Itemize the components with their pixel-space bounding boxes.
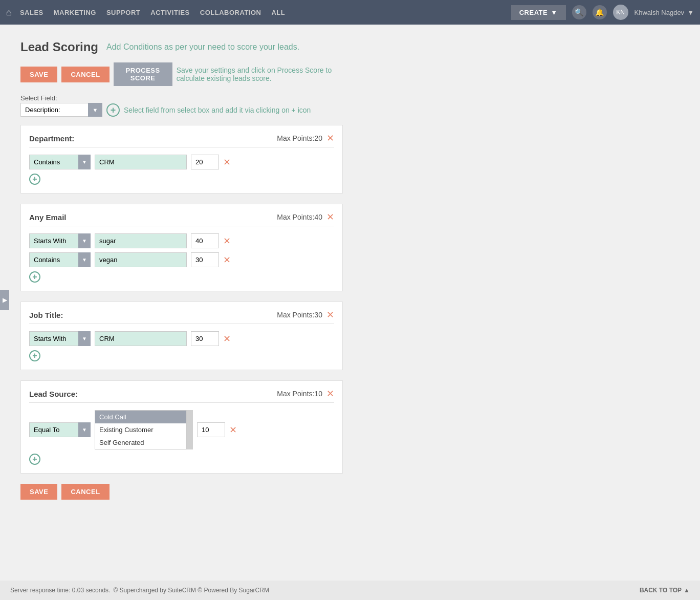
card-field-name-0: Department:	[29, 134, 74, 143]
page-subtitle: Add Conditions as per your need to score…	[106, 42, 299, 52]
add-row-button-2[interactable]: +	[29, 350, 40, 361]
user-name[interactable]: Khwaish Nagdev ▼	[635, 9, 694, 16]
condition-card-0: Department:Max Points:20✕ContainsStarts …	[20, 125, 343, 194]
main-content: Lead Scoring Add Conditions as per your …	[0, 25, 358, 530]
save-button[interactable]: SAVE	[20, 67, 57, 82]
avatar: KN	[613, 5, 628, 20]
remove-row-button-1-1[interactable]: ✕	[223, 255, 231, 265]
max-points-label-1: Max Points:40	[277, 213, 322, 221]
field-select-wrapper: Description: Department Any Email Job Ti…	[20, 103, 102, 117]
dropdown-scrollbar-3[interactable]	[187, 410, 193, 449]
nav-all[interactable]: ALL	[271, 9, 285, 16]
condition-row-1-0: ContainsStarts WithEqual ToEnds WithNot …	[29, 233, 334, 248]
dropdown-arrow-icon: ▼	[551, 9, 557, 16]
add-field-button[interactable]: +	[106, 103, 120, 117]
select-field-hint: Select field from select box and add it …	[124, 106, 311, 114]
condition-points-input-0-0[interactable]	[191, 155, 219, 169]
nav-links: SALES MARKETING SUPPORT ACTIVITIES COLLA…	[20, 9, 511, 16]
dropdown-item-3-1[interactable]: Existing Customer	[95, 423, 186, 436]
remove-row-button-0-0[interactable]: ✕	[223, 158, 231, 167]
notifications-icon[interactable]: 🔔	[593, 5, 607, 19]
remove-card-button-1[interactable]: ✕	[326, 212, 334, 222]
remove-row-button-1-0[interactable]: ✕	[223, 237, 231, 246]
search-icon[interactable]: 🔍	[572, 5, 586, 19]
nav-right: CREATE ▼ 🔍 🔔 KN Khwaish Nagdev ▼	[511, 5, 694, 20]
condition-row-1-1: ContainsStarts WithEqual ToEnds WithNot …	[29, 252, 334, 267]
action-hint: Save your settings and click on Process …	[177, 66, 343, 82]
nav-marketing[interactable]: MARKETING	[54, 9, 96, 16]
side-panel-toggle[interactable]: ▶	[0, 290, 9, 310]
add-row-button-0[interactable]: +	[29, 174, 40, 185]
page-header: Lead Scoring Add Conditions as per your …	[20, 40, 343, 54]
condition-row-3-0: ContainsStarts WithEqual ToEnds WithNot …	[29, 410, 334, 449]
field-select[interactable]: Description: Department Any Email Job Ti…	[20, 103, 102, 117]
remove-card-button-0[interactable]: ✕	[326, 134, 334, 143]
top-navigation: ⌂ SALES MARKETING SUPPORT ACTIVITIES COL…	[0, 0, 700, 25]
condition-cards: Department:Max Points:20✕ContainsStarts …	[20, 125, 343, 474]
card-header-2: Job Title:Max Points:30✕	[29, 310, 334, 324]
create-button[interactable]: CREATE ▼	[511, 5, 566, 20]
nav-collaboration[interactable]: COLLABORATION	[200, 9, 261, 16]
condition-value-input-1-1[interactable]	[95, 252, 187, 267]
operator-select-0-0[interactable]: ContainsStarts WithEqual ToEnds WithNot …	[29, 155, 91, 169]
select-field-section: Select Field: Description: Department An…	[20, 94, 343, 117]
condition-points-input-2-0[interactable]	[191, 331, 219, 346]
nav-support[interactable]: SUPPORT	[106, 9, 140, 16]
remove-row-button-2-0[interactable]: ✕	[223, 334, 231, 344]
dropdown-item-3-2[interactable]: Self Generated	[95, 436, 186, 449]
condition-row-2-0: ContainsStarts WithEqual ToEnds WithNot …	[29, 331, 334, 346]
remove-card-button-3[interactable]: ✕	[326, 389, 334, 398]
select-field-row: Description: Department Any Email Job Ti…	[20, 103, 343, 117]
max-points-label-2: Max Points:30	[277, 311, 322, 319]
condition-card-1: Any EmailMax Points:40✕ContainsStarts Wi…	[20, 204, 343, 291]
dropdown-item-3-0[interactable]: Cold Call	[95, 411, 186, 423]
card-field-name-2: Job Title:	[29, 311, 63, 319]
operator-select-1-0[interactable]: ContainsStarts WithEqual ToEnds WithNot …	[29, 233, 91, 248]
operator-select-1-1[interactable]: ContainsStarts WithEqual ToEnds WithNot …	[29, 252, 91, 267]
process-score-button[interactable]: PROCESS SCORE	[114, 62, 172, 86]
condition-card-3: Lead Source:Max Points:10✕ContainsStarts…	[20, 380, 343, 474]
nav-activities[interactable]: ACTIVITIES	[150, 9, 190, 16]
operator-select-3-0[interactable]: ContainsStarts WithEqual ToEnds WithNot …	[29, 422, 91, 437]
card-field-name-1: Any Email	[29, 213, 67, 222]
home-icon[interactable]: ⌂	[6, 7, 12, 18]
max-points-label-3: Max Points:10	[277, 390, 322, 398]
condition-card-2: Job Title:Max Points:30✕ContainsStarts W…	[20, 302, 343, 370]
dropdown-list-3: Cold CallExisting CustomerSelf Generated	[95, 410, 187, 449]
bottom-save-button[interactable]: SAVE	[20, 484, 57, 500]
bottom-action-buttons: SAVE CANCEL	[20, 484, 343, 500]
condition-points-input-3-0[interactable]	[197, 422, 225, 437]
card-header-0: Department:Max Points:20✕	[29, 134, 334, 147]
condition-value-input-2-0[interactable]	[95, 331, 187, 346]
card-header-1: Any EmailMax Points:40✕	[29, 212, 334, 226]
card-field-name-3: Lead Source:	[29, 390, 78, 398]
page-title: Lead Scoring	[20, 40, 98, 54]
add-row-button-1[interactable]: +	[29, 271, 40, 283]
nav-sales[interactable]: SALES	[20, 9, 43, 16]
condition-points-input-1-1[interactable]	[191, 252, 219, 267]
select-field-label: Select Field:	[20, 94, 343, 102]
condition-row-0-0: ContainsStarts WithEqual ToEnds WithNot …	[29, 155, 334, 169]
remove-card-button-2[interactable]: ✕	[326, 310, 334, 319]
max-points-label-0: Max Points:20	[277, 134, 322, 142]
condition-points-input-1-0[interactable]	[191, 233, 219, 248]
add-row-button-3[interactable]: +	[29, 454, 40, 465]
bottom-cancel-button[interactable]: CANCEL	[61, 484, 109, 500]
remove-row-button-3-0[interactable]: ✕	[229, 425, 237, 435]
cancel-button[interactable]: CANCEL	[61, 67, 109, 82]
user-dropdown-icon: ▼	[687, 9, 694, 16]
condition-value-input-1-0[interactable]	[95, 233, 187, 248]
card-header-3: Lead Source:Max Points:10✕	[29, 389, 334, 403]
action-buttons: SAVE CANCEL PROCESS SCORE Save your sett…	[20, 62, 343, 86]
operator-select-2-0[interactable]: ContainsStarts WithEqual ToEnds WithNot …	[29, 331, 91, 346]
condition-value-input-0-0[interactable]	[95, 155, 187, 169]
